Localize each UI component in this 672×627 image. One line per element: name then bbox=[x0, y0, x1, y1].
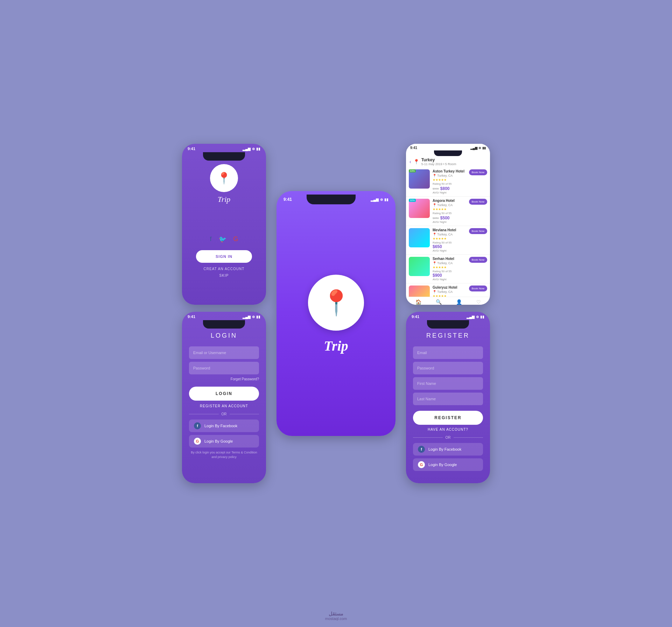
hotel-original-price-2: $650 bbox=[433, 217, 439, 220]
signin-button[interactable]: SIGN IN bbox=[196, 250, 252, 263]
hotel-stars-4: ★★★★★ bbox=[433, 266, 466, 269]
register-password-input[interactable] bbox=[413, 362, 483, 374]
or-text: OR bbox=[446, 436, 451, 439]
hotel-image-4 bbox=[409, 257, 430, 276]
register-google-button[interactable]: G Login By Google bbox=[413, 458, 483, 471]
divider-line-left bbox=[413, 437, 443, 438]
register-account-link[interactable]: REGISTER AN ACCOUNT bbox=[189, 404, 259, 408]
hotel-price-1: $800 bbox=[440, 186, 450, 191]
book-button-4[interactable]: Book Now bbox=[469, 257, 487, 263]
hotel-image-5 bbox=[409, 286, 430, 297]
hotel-location-4: 📍 Turkey, CA bbox=[433, 261, 466, 265]
watermark-arabic: مستقل bbox=[325, 611, 347, 617]
hotel-stars-2: ★★★★★ bbox=[433, 207, 466, 211]
forget-password-link[interactable]: Forget Password? bbox=[189, 377, 259, 381]
login-button[interactable]: LOGIN bbox=[189, 387, 259, 401]
book-button-3[interactable]: Book Now bbox=[469, 228, 487, 234]
center-app-title: Trip bbox=[324, 338, 348, 354]
hotel-price-label-2: AVG/ Night bbox=[433, 220, 466, 224]
register-firstname-input[interactable] bbox=[413, 377, 483, 390]
facebook-icon[interactable]: f bbox=[210, 235, 211, 243]
facebook-login-button[interactable]: f Login By Facebook bbox=[189, 420, 259, 432]
skip-link[interactable]: SKIP bbox=[219, 274, 229, 277]
book-button-2[interactable]: Book Now bbox=[469, 199, 487, 205]
twitter-icon[interactable]: 🐦 bbox=[219, 235, 226, 243]
pin-icon: 📍 bbox=[217, 171, 231, 185]
register-time: 9:41 bbox=[412, 315, 419, 319]
register-lastname-input[interactable] bbox=[413, 393, 483, 405]
hotel-original-price-1: $900 bbox=[433, 187, 439, 190]
notch bbox=[427, 320, 469, 329]
status-icons: ▂▄▆ ⊜ ▮▮ bbox=[371, 198, 388, 202]
divider-line-left bbox=[189, 414, 219, 414]
phone-splash: 9:41 ▂▄▆ ⊜ ▮▮ 📍 Trip f 🐦 G S bbox=[182, 144, 266, 305]
hotel-item-4: Serhan Hotel 📍 Turkey, CA ★★★★★ Rating 5… bbox=[406, 255, 490, 283]
phone-hotels: 9:41 ▂▄▆⊜▮▮ ‹ 📍 Turkey 5-11 may 2019 • 5… bbox=[406, 144, 490, 305]
register-title: REGISTER bbox=[413, 332, 483, 339]
bottom-nav: 🏠 🔍 👤 ♡ bbox=[406, 297, 490, 305]
register-button[interactable]: REGISTER bbox=[413, 411, 483, 425]
google-btn-label: Login By Google bbox=[204, 439, 233, 443]
have-account-link[interactable]: Have An Account? bbox=[413, 428, 483, 431]
center-logo-circle: 📍 bbox=[308, 275, 364, 331]
hotel-name-1: Aston Turkey Hotel bbox=[433, 169, 466, 173]
hotel-rating-1: Rating 50 of 55 bbox=[433, 182, 466, 185]
hotel-price-label-3: AVG/ Night bbox=[433, 249, 466, 252]
or-divider: OR bbox=[189, 412, 259, 416]
register-facebook-label: Login By Facebook bbox=[428, 447, 461, 451]
phone-center: 9:41 ▂▄▆ ⊜ ▮▮ 📍 Trip bbox=[276, 191, 396, 436]
hotel-price-4: $900 bbox=[433, 273, 466, 278]
create-account-link[interactable]: CREAT AN ACCOUNT bbox=[204, 267, 245, 271]
divider-line-right bbox=[454, 437, 483, 438]
center-time: 9:41 bbox=[284, 197, 292, 202]
app-title: Trip bbox=[218, 195, 231, 204]
hotel-rating-3: Rating 50 of 55 bbox=[433, 241, 466, 244]
hotel-name-5: Guleryuz Hotel bbox=[433, 286, 466, 289]
nav-home-icon[interactable]: 🏠 bbox=[415, 299, 421, 305]
hotel-price-3: $650 bbox=[433, 244, 466, 249]
terms-text: By click login you accept our Terms & Co… bbox=[189, 450, 259, 459]
hotel-rating-4: Rating 50 of 55 bbox=[433, 270, 466, 273]
register-google-label: Login By Google bbox=[428, 463, 457, 467]
hotels-time: 9:41 bbox=[410, 146, 417, 150]
status-icons: ▂▄▆ ⊜ ▮▮ bbox=[243, 315, 260, 319]
nav-user-icon[interactable]: 👤 bbox=[456, 299, 462, 305]
notch bbox=[203, 320, 245, 329]
register-facebook-button[interactable]: f Login By Facebook bbox=[413, 443, 483, 456]
hotel-stars-1: ★★★★★ bbox=[433, 178, 466, 182]
hotel-discount-2: 30% bbox=[409, 199, 416, 202]
status-icons: ▂▄▆ ⊜ ▮▮ bbox=[243, 147, 260, 151]
time-label: 9:41 bbox=[188, 315, 195, 319]
hotel-location-3: 📍 Turkey, CA bbox=[433, 233, 466, 236]
hotel-item-1: Aston Turkey Hotel 📍 Turkey, CA ★★★★★ Ra… bbox=[406, 167, 490, 197]
logo-circle: 📍 bbox=[210, 164, 238, 192]
center-pin-icon: 📍 bbox=[321, 290, 351, 315]
nav-heart-icon[interactable]: ♡ bbox=[476, 299, 481, 305]
book-button-5[interactable]: Book Now bbox=[469, 286, 487, 291]
hotel-rating-2: Rating 50 of 55 bbox=[433, 212, 466, 215]
login-title: LOGIN bbox=[189, 332, 259, 339]
facebook-icon: f bbox=[418, 446, 425, 453]
nav-search-icon[interactable]: 🔍 bbox=[436, 299, 442, 305]
hotel-stars-3: ★★★★★ bbox=[433, 237, 466, 240]
register-email-input[interactable] bbox=[413, 346, 483, 359]
status-icons: ▂▄▆ ⊜ ▮▮ bbox=[467, 315, 484, 319]
google-icon[interactable]: G bbox=[233, 235, 238, 243]
hotel-image-3 bbox=[409, 228, 430, 247]
destination-dates: 5-11 may 2019 • 5 Room bbox=[421, 162, 456, 166]
email-input[interactable] bbox=[189, 346, 259, 359]
hotel-price-label-4: AVG/ Night bbox=[433, 278, 466, 281]
password-input[interactable] bbox=[189, 362, 259, 374]
location-pin-icon: 📍 bbox=[413, 159, 419, 164]
hotel-item-5: Guleryuz Hotel 📍 Turkey, CA ★★★★★ Rating… bbox=[406, 283, 490, 297]
back-button[interactable]: ‹ bbox=[410, 159, 411, 164]
social-icons-row: f 🐦 G bbox=[210, 235, 238, 243]
divider-line-right bbox=[230, 414, 259, 414]
phone-login: 9:41 ▂▄▆ ⊜ ▮▮ LOGIN Forget Password? LOG… bbox=[182, 312, 266, 483]
google-icon: G bbox=[418, 461, 425, 468]
google-login-button[interactable]: G Login By Google bbox=[189, 435, 259, 448]
phone-register: 9:41 ▂▄▆ ⊜ ▮▮ REGISTER REGISTER Have An … bbox=[406, 312, 490, 483]
book-button-1[interactable]: Book Now bbox=[469, 169, 487, 175]
hotel-stars-5: ★★★★★ bbox=[433, 294, 466, 297]
hotel-location-2: 📍 Turkey, CA bbox=[433, 203, 466, 207]
